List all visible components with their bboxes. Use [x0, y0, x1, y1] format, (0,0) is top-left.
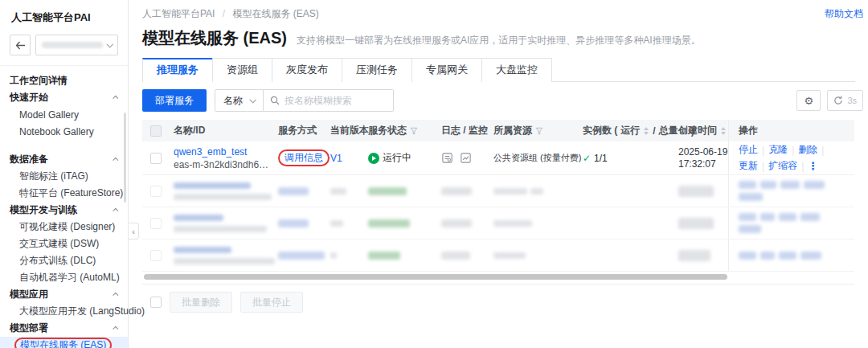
version-link[interactable]: V1 [330, 153, 342, 164]
action-separator: | [821, 145, 824, 156]
redacted-bar [779, 213, 796, 221]
sidebar-collapse-button[interactable]: ‹ [129, 223, 139, 240]
sidebar-item[interactable]: 数据准备 [0, 151, 128, 168]
workspace-select[interactable] [35, 35, 118, 55]
sidebar-item-label: 特征平台 (FeatureStore) [19, 186, 123, 200]
created-time: 17:32:07 [678, 158, 716, 170]
tab-gray-release[interactable]: 灰度发布 [272, 58, 342, 82]
sidebar-item[interactable]: Notebook Gallery [0, 123, 128, 140]
batch-select-checkbox[interactable] [150, 297, 162, 308]
chevron-up-icon [113, 293, 118, 298]
sort-icon[interactable] [721, 127, 726, 135]
log-icon[interactable] [441, 152, 453, 164]
sidebar-item[interactable]: 快速开始 [0, 89, 128, 106]
search-field-select[interactable]: 名称 [215, 89, 264, 112]
sidebar-item[interactable]: 特征平台 (FeatureStore) [0, 185, 128, 202]
sidebar-item-label: 可视化建模 (Designer) [19, 220, 115, 234]
chevron-up-icon [113, 158, 118, 163]
sidebar-item[interactable]: Model Gallery [0, 106, 128, 123]
redacted-bar [760, 252, 775, 260]
action-clone[interactable]: 克隆 [768, 143, 788, 157]
sidebar-item[interactable]: 模型开发与训练 [0, 202, 128, 219]
action-scale[interactable]: 扩缩容 [768, 159, 797, 173]
invoke-info-link[interactable]: 调用信息 [285, 152, 323, 163]
breadcrumb-item-current: 模型在线服务 (EAS) [232, 8, 318, 19]
redacted-bar [739, 181, 756, 189]
sidebar-item-label: 模型应用 [10, 288, 48, 301]
refresh-interval: 3s [847, 96, 857, 105]
tab-gateway[interactable]: 专属网关 [411, 58, 482, 82]
sidebar-item[interactable]: 工作空间详情 [0, 72, 128, 89]
more-actions-icon[interactable]: ⋮ [808, 160, 818, 172]
table-settings-button[interactable]: ⚙ [796, 90, 821, 111]
sort-icon[interactable] [644, 127, 649, 135]
tab-inference[interactable]: 推理服务 [142, 58, 213, 82]
redacted-bar [368, 219, 410, 227]
filter-icon[interactable] [535, 127, 543, 135]
page-description: 支持将模型一键部署为在线推理服务或AI应用，适用于实时推理、异步推理等多种AI推… [297, 34, 701, 47]
row-checkbox[interactable] [150, 218, 162, 229]
monitor-icon[interactable] [460, 152, 472, 164]
toolbar: 部署服务 名称 按名称模糊搜索 ⚙ 3s [142, 89, 863, 112]
search-field-label: 名称 [223, 94, 243, 108]
sidebar-item[interactable]: 分布式训练 (DLC) [0, 252, 128, 269]
redacted-bar [804, 181, 825, 189]
sidebar-scrollbar[interactable] [124, 113, 126, 203]
row-actions: 停止|克隆|删除|更新|扩缩容|⋮ [739, 143, 847, 173]
sidebar-item-label: 交互式建模 (DSW) [19, 237, 99, 251]
tab-dashboard[interactable]: 大盘监控 [481, 58, 552, 82]
table-header-row: 名称/ID 服务方式 当前版本 服务状态 日志 / 监控 所属资源 实例数 ( … [142, 120, 854, 141]
tab-stress-test[interactable]: 压测任务 [342, 58, 412, 82]
batch-stop-button[interactable]: 批量停止 [240, 292, 303, 313]
redacted-bar [779, 252, 796, 260]
row-checkbox[interactable] [150, 153, 162, 164]
sidebar-item[interactable]: 模型在线服务 (EAS) [0, 337, 128, 348]
sidebar-item[interactable]: 交互式建模 (DSW) [0, 235, 128, 252]
back-button[interactable] [10, 35, 31, 55]
select-all-checkbox[interactable] [150, 125, 162, 137]
horizontal-scrollbar-thumb[interactable] [144, 274, 727, 280]
page: 人工智能平台PAI 工作空间详情快速开始Model GalleryNoteboo… [0, 0, 868, 348]
auto-refresh-button[interactable]: 3s [827, 90, 863, 111]
redacted-bar [330, 252, 337, 259]
sidebar-item[interactable]: 模型部署 [0, 320, 128, 337]
sidebar: 人工智能平台PAI 工作空间详情快速开始Model GalleryNoteboo… [0, 0, 129, 348]
search-input[interactable]: 按名称模糊搜索 [264, 89, 394, 112]
sidebar-item[interactable]: 自动机器学习 (AutoML) [0, 269, 128, 286]
action-delete[interactable]: 删除 [798, 143, 817, 157]
sidebar-menu: 工作空间详情快速开始Model GalleryNotebook Gallery数… [0, 66, 128, 348]
deploy-service-button[interactable]: 部署服务 [142, 89, 207, 112]
row-checkbox[interactable] [150, 250, 162, 261]
redacted-bar [493, 220, 532, 227]
service-name-link[interactable]: qwen3_emb_test [174, 146, 247, 158]
redacted-bar [174, 226, 267, 232]
sidebar-item[interactable]: 智能标注 (iTAG) [0, 168, 128, 185]
sidebar-item[interactable]: 可视化建模 (Designer) [0, 219, 128, 235]
sidebar-item[interactable]: 模型应用 [0, 286, 128, 303]
help-doc-link[interactable]: 帮助文档 [825, 7, 863, 21]
action-stop[interactable]: 停止 [739, 143, 758, 157]
redacted-bar [780, 181, 800, 189]
breadcrumb-item-root[interactable]: 人工智能平台PAI [142, 8, 215, 19]
row-checkbox[interactable] [150, 186, 162, 197]
sidebar-item-label: Model Gallery [19, 109, 79, 121]
gear-icon: ⚙ [805, 96, 814, 106]
sidebar-item-label: 自动机器学习 (AutoML) [19, 271, 120, 285]
filter-icon[interactable] [410, 127, 418, 135]
col-header-instances: 实例数 ( 运行 / 总量 ) [578, 124, 674, 137]
sidebar-item[interactable]: 大模型应用开发 (LangStudio) [0, 303, 128, 320]
redacted-bar [278, 252, 325, 260]
services-table: 名称/ID 服务方式 当前版本 服务状态 日志 / 监控 所属资源 实例数 ( … [142, 120, 854, 313]
tab-resource-group[interactable]: 资源组 [212, 58, 272, 82]
redacted-bar [330, 188, 346, 194]
action-separator: | [792, 145, 794, 156]
check-icon: ✓ [583, 153, 591, 164]
redacted-bar [678, 218, 714, 229]
sidebar-item-label: 大模型应用开发 (LangStudio) [19, 305, 145, 318]
action-update[interactable]: 更新 [739, 159, 758, 173]
col-header-name: 名称/ID [169, 124, 273, 137]
tabbar: 推理服务资源组灰度发布压测任务专属网关大盘监控 [142, 58, 855, 82]
search-placeholder: 按名称模糊搜索 [285, 94, 352, 108]
search-group: 名称 按名称模糊搜索 [215, 89, 394, 112]
batch-delete-button[interactable]: 批量删除 [170, 292, 232, 313]
